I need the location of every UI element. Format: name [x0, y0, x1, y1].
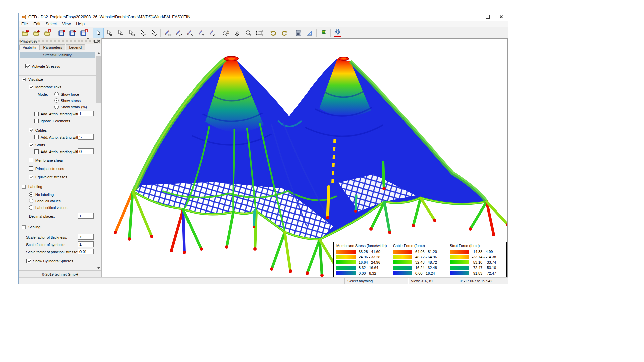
set-square-button[interactable]: [304, 28, 315, 38]
sf-principal-input[interactable]: [78, 249, 94, 254]
menu-edit[interactable]: Edit: [31, 21, 43, 27]
title-bar[interactable]: GED - D:\2_Projekte\Easy\2020\03_26_Webs…: [19, 13, 508, 21]
select-triangle-button[interactable]: [115, 28, 126, 38]
legend-color-bar: [393, 271, 412, 275]
panel-scrollbar[interactable]: [96, 51, 101, 271]
show-cylinders-checkbox[interactable]: [26, 259, 31, 263]
activate-stressvu-checkbox[interactable]: [25, 64, 30, 68]
save-triangles-button[interactable]: [67, 28, 78, 38]
draw-line-button[interactable]: [173, 28, 184, 38]
settings-button[interactable]: [332, 28, 343, 38]
panel-close-icon[interactable]: [97, 39, 100, 43]
window-title: GED - D:\2_Projekte\Easy\2020\03_26_Webs…: [28, 15, 190, 19]
struts-add-attrib-checkbox[interactable]: [34, 149, 39, 154]
scroll-thumb[interactable]: [96, 56, 101, 103]
sf-symbols-input[interactable]: [78, 241, 94, 247]
pan-hand-button[interactable]: [220, 28, 231, 38]
principal-stresses-checkbox[interactable]: [29, 166, 33, 171]
select-line-button[interactable]: [137, 28, 148, 38]
scroll-up-icon[interactable]: [96, 51, 101, 56]
open-rect-button[interactable]: [42, 28, 53, 38]
menu-help[interactable]: Help: [73, 21, 87, 27]
no-labeling-radio[interactable]: [29, 192, 33, 197]
ignore-t-checkbox[interactable]: [34, 119, 39, 123]
status-view: View: 316, 81: [408, 278, 457, 284]
draw-rect-button[interactable]: [195, 28, 206, 38]
flag-button[interactable]: [318, 28, 329, 38]
sf-symbols-row: Scale factor of symbols:: [26, 243, 65, 247]
principal-stresses-row: Principal stresses: [29, 166, 64, 171]
legend-color-bar: [450, 260, 469, 264]
maximize-button[interactable]: [481, 13, 494, 21]
legend-color-bar: [336, 271, 356, 275]
menu-select[interactable]: Select: [43, 21, 59, 27]
draw-triangle-button[interactable]: [184, 28, 195, 38]
membrane-shear-checkbox[interactable]: [29, 158, 33, 162]
select-circle-button[interactable]: [104, 28, 115, 38]
select-check-button[interactable]: [148, 28, 159, 38]
struts-add-attrib-input[interactable]: [78, 148, 94, 154]
select-rect-button[interactable]: [126, 28, 137, 38]
close-icon: [499, 15, 503, 19]
decimal-places-input[interactable]: [78, 213, 94, 219]
zoom-window-button[interactable]: [243, 28, 254, 38]
select-cursor-button[interactable]: [93, 28, 104, 38]
draw-triangle-icon: [186, 29, 193, 36]
panel-menu-icon[interactable]: [87, 39, 90, 43]
menu-view[interactable]: View: [59, 21, 73, 27]
visibility-tab-content: Stressvu Visibility Activate Stressvu Vi…: [19, 51, 96, 271]
label-critical-radio[interactable]: [29, 205, 33, 210]
menu-file[interactable]: File: [19, 21, 31, 27]
show-force-radio[interactable]: [54, 92, 59, 96]
tab-visibility[interactable]: Visibility: [19, 44, 40, 50]
collapse-visualize-icon[interactable]: [22, 78, 26, 81]
show-stress-radio[interactable]: [54, 98, 59, 103]
membrane-add-attrib-checkbox[interactable]: [34, 112, 39, 116]
show-strain-radio[interactable]: [54, 105, 59, 109]
tab-parameters[interactable]: Parameters: [40, 44, 66, 50]
zoom-extents-button[interactable]: [254, 28, 265, 38]
draw-check-icon: [209, 29, 215, 36]
properties-panel: Properties Visibility Parameters Legend …: [19, 38, 102, 278]
undo-button[interactable]: [268, 28, 279, 38]
save-mesh-button[interactable]: [56, 28, 67, 38]
legend-strut-title: Strut Force (force): [450, 244, 506, 248]
model-viewport[interactable]: Membrane Stress (force/width) 33.28 - 41…: [102, 38, 508, 278]
label-all-radio[interactable]: [29, 199, 33, 203]
struts-row: Struts: [29, 143, 45, 147]
scroll-down-icon[interactable]: [96, 266, 101, 271]
cables-checkbox[interactable]: [29, 128, 33, 132]
sf-thickness-input[interactable]: [78, 234, 94, 240]
status-bar: Select anything View: 316, 81 u: -17.067…: [19, 277, 508, 284]
legend-cable-column: Cable Force (force) 64.96 - 81.20 48.72 …: [393, 244, 450, 277]
refresh-lines-button[interactable]: [231, 28, 243, 38]
equivalent-stresses-checkbox[interactable]: [29, 175, 33, 179]
select-triangle-icon: [117, 29, 124, 36]
legend-color-bar: [450, 266, 469, 270]
close-button[interactable]: [494, 13, 508, 21]
refresh-lines-icon: [234, 29, 240, 36]
cables-add-attrib-checkbox[interactable]: [34, 135, 39, 139]
open-triangles-button[interactable]: [31, 28, 42, 38]
open-mesh-button[interactable]: [20, 28, 31, 38]
calculator-button[interactable]: [293, 28, 304, 38]
pan-hand-icon: [222, 29, 230, 36]
draw-circle-button[interactable]: [162, 28, 173, 38]
open-triangles-icon: [33, 29, 41, 36]
panel-title-bar[interactable]: Properties: [19, 38, 101, 44]
minimize-button[interactable]: [468, 13, 481, 21]
labeling-section-header: Labeling: [19, 183, 96, 191]
legend-membrane-title: Membrane Stress (force/width): [336, 244, 393, 248]
membrane-add-attrib-input[interactable]: [78, 111, 94, 116]
draw-check-button[interactable]: [206, 28, 217, 38]
struts-checkbox[interactable]: [29, 143, 33, 147]
collapse-scaling-icon[interactable]: [22, 225, 26, 229]
save-rect-button[interactable]: [78, 28, 90, 38]
redo-button[interactable]: [279, 28, 290, 38]
redo-icon: [281, 29, 288, 36]
tab-legend[interactable]: Legend: [66, 44, 85, 50]
membrane-links-checkbox[interactable]: [29, 85, 33, 89]
panel-pin-icon[interactable]: [94, 40, 95, 42]
collapse-labeling-icon[interactable]: [22, 185, 26, 189]
cables-add-attrib-input[interactable]: [78, 134, 94, 140]
